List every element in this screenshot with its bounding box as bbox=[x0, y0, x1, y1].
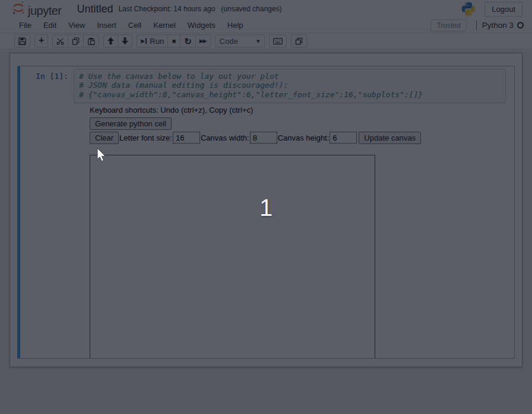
kernel-idle-icon bbox=[517, 22, 524, 28]
kernel-divider bbox=[476, 21, 477, 30]
code-line: # Use the canvas below to lay out your p… bbox=[79, 72, 503, 81]
input-prompt: In [1]: bbox=[20, 69, 74, 103]
save-button[interactable] bbox=[14, 34, 30, 47]
clear-button[interactable]: Clear bbox=[90, 132, 119, 144]
notebook-title[interactable]: Untitled bbox=[77, 3, 113, 15]
menu-edit[interactable]: Edit bbox=[37, 18, 62, 33]
cut-icon bbox=[56, 37, 64, 45]
menu-help[interactable]: Help bbox=[221, 18, 249, 33]
autosave-status: (unsaved changes) bbox=[221, 5, 281, 13]
trusted-button[interactable]: Trusted bbox=[430, 20, 466, 31]
menubar: File Edit View Insert Cell Kernel Widget… bbox=[0, 18, 532, 33]
header: jupyter Untitled Last Checkpoint: 14 hou… bbox=[0, 0, 532, 18]
move-cell-up-button[interactable] bbox=[103, 34, 118, 47]
paste-icon bbox=[87, 37, 95, 45]
run-icon: ▶ bbox=[141, 39, 145, 44]
run-cell-button[interactable]: ▶ Run bbox=[137, 34, 168, 47]
toolbar: + ▶ bbox=[0, 33, 532, 49]
menu-cell[interactable]: Cell bbox=[122, 18, 147, 33]
menu-widgets[interactable]: Widgets bbox=[182, 18, 221, 33]
restart-run-all-button[interactable]: ▶▶ bbox=[195, 34, 211, 47]
layout-canvas[interactable] bbox=[90, 155, 375, 359]
cell-type-value: Code bbox=[220, 37, 238, 46]
command-palette-button[interactable] bbox=[291, 34, 307, 47]
restart-run-all-icon: ▶▶ bbox=[200, 39, 207, 44]
keyboard-shortcuts-text: Keyboard shortcuts: Undo (ctrl+z), Copy … bbox=[90, 106, 514, 114]
notebook-site: In [1]: # Use the canvas below to lay ou… bbox=[0, 49, 532, 414]
copy-cell-button[interactable] bbox=[68, 34, 84, 47]
copy-icon bbox=[72, 37, 80, 45]
keyboard-shortcuts-button[interactable] bbox=[269, 34, 287, 47]
checkpoint-status: Last Checkpoint: 14 hours ago bbox=[119, 5, 216, 13]
chevron-down-icon: ▾ bbox=[256, 37, 260, 45]
jupyter-logo-text: jupyter bbox=[28, 4, 62, 18]
generate-python-cell-button[interactable]: Generate python cell bbox=[90, 117, 172, 130]
kernel-name: Python 3 bbox=[482, 21, 514, 30]
update-canvas-button[interactable]: Update canvas bbox=[359, 132, 421, 144]
notebook-container: In [1]: # Use the canvas below to lay ou… bbox=[10, 53, 522, 367]
code-editor[interactable]: # Use the canvas below to lay out your p… bbox=[74, 69, 506, 103]
menu-insert[interactable]: Insert bbox=[91, 18, 122, 33]
stop-icon: ■ bbox=[172, 38, 176, 44]
add-cell-button[interactable]: + bbox=[34, 34, 48, 47]
command-palette-icon bbox=[295, 37, 303, 45]
restart-icon: ↻ bbox=[184, 37, 192, 46]
code-line: # JSON data (manual editing is discourag… bbox=[79, 81, 503, 90]
restart-kernel-button[interactable]: ↻ bbox=[180, 34, 196, 47]
letter-font-size-input[interactable] bbox=[173, 132, 200, 144]
python-logo-icon bbox=[461, 1, 476, 17]
keyboard-icon bbox=[273, 38, 283, 44]
add-cell-icon: + bbox=[39, 36, 44, 45]
menu-file[interactable]: File bbox=[13, 18, 37, 33]
interrupt-kernel-button[interactable]: ■ bbox=[167, 34, 180, 47]
jupyter-logo[interactable]: jupyter bbox=[12, 1, 62, 18]
save-icon bbox=[18, 37, 26, 45]
jupyter-logo-icon bbox=[12, 1, 25, 17]
logout-button[interactable]: Logout bbox=[484, 2, 522, 17]
code-line: # {"canvas_width":8,"canvas_height":6,"l… bbox=[79, 90, 503, 99]
paste-cell-button[interactable] bbox=[83, 34, 99, 47]
canvas-height-input[interactable] bbox=[330, 132, 357, 144]
canvas-height-label: Canvas height: bbox=[278, 133, 330, 142]
menu-kernel[interactable]: Kernel bbox=[147, 18, 182, 33]
run-label: Run bbox=[150, 37, 164, 46]
cut-cell-button[interactable] bbox=[52, 34, 68, 47]
canvas-width-label: Canvas width: bbox=[201, 133, 249, 142]
widget-output-area: Keyboard shortcuts: Undo (ctrl+z), Copy … bbox=[90, 106, 514, 359]
menu-view[interactable]: View bbox=[62, 18, 91, 33]
move-down-icon bbox=[122, 37, 128, 44]
selected-code-cell[interactable]: In [1]: # Use the canvas below to lay ou… bbox=[17, 66, 515, 359]
letter-font-size-label: Letter font size: bbox=[119, 133, 172, 142]
cell-type-select[interactable]: Code ▾ bbox=[215, 34, 265, 47]
canvas-width-input[interactable] bbox=[250, 132, 277, 144]
move-cell-down-button[interactable] bbox=[118, 34, 132, 47]
move-up-icon bbox=[107, 37, 114, 44]
